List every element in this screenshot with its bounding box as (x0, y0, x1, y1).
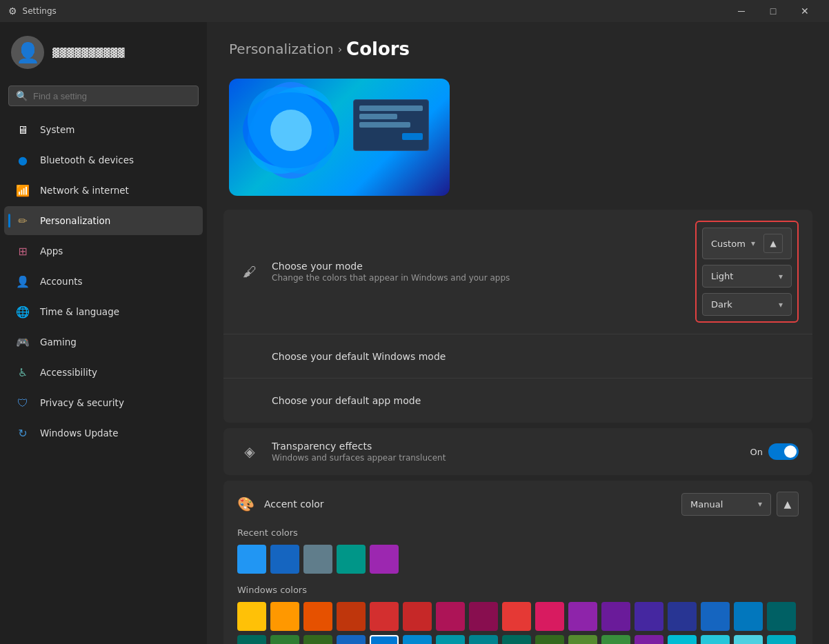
search-input[interactable] (33, 91, 191, 101)
mode-icon: 🖌 (243, 263, 257, 280)
windows-color-swatch[interactable] (767, 602, 796, 631)
transparency-toggle[interactable] (768, 443, 799, 460)
windows-color-swatch[interactable]: ✓ (370, 635, 399, 644)
windows-mode-value: Light (711, 271, 733, 281)
windows-color-swatch[interactable] (502, 635, 531, 644)
recent-color-swatch[interactable] (303, 545, 332, 574)
sidebar-item-apps[interactable]: ⊞ Apps (4, 237, 203, 265)
sidebar-item-accessibility[interactable]: ♿ Accessibility (4, 358, 203, 387)
app-mode-label: Choose your default app mode (272, 395, 799, 406)
windows-color-swatch[interactable] (370, 602, 399, 631)
mode-info: Choose your mode Change the colors that … (272, 261, 695, 283)
transparency-info: Transparency effects Windows and surface… (272, 441, 750, 463)
preview-container (229, 79, 450, 196)
sidebar-label-gaming: Gaming (40, 336, 77, 348)
mode-collapse-btn[interactable]: ▲ (763, 234, 783, 253)
mode-desc: Change the colors that appear in Windows… (272, 273, 695, 283)
windows-color-swatch[interactable] (635, 635, 663, 644)
transparency-control: On (750, 443, 799, 460)
transparency-state: On (750, 447, 763, 457)
mode-main-row: 🖌 Choose your mode Change the colors tha… (223, 210, 812, 334)
app-mode-value: Dark (711, 299, 732, 310)
sidebar-item-privacy[interactable]: 🛡 Privacy & security (4, 388, 203, 417)
recent-color-swatch[interactable] (237, 545, 266, 574)
search-icon: 🔍 (16, 90, 28, 101)
sidebar-item-accounts[interactable]: 👤 Accounts (4, 267, 203, 296)
windows-color-swatch[interactable] (601, 602, 630, 631)
sidebar-item-time[interactable]: 🌐 Time & language (4, 297, 203, 326)
accent-color-left: 🎨 Accent color (237, 496, 324, 512)
windows-color-swatch[interactable] (734, 635, 763, 644)
bluetooth-icon: ● (15, 152, 30, 168)
sidebar-label-accounts: Accounts (40, 276, 83, 287)
mode-section: 🖌 Choose your mode Change the colors tha… (223, 210, 812, 423)
windows-color-swatch[interactable] (568, 602, 597, 631)
app-mode-dropdown[interactable]: Dark ▾ (702, 293, 792, 316)
windows-color-swatch[interactable] (337, 602, 366, 631)
windows-color-swatch[interactable] (568, 635, 597, 644)
search-box[interactable]: 🔍 (8, 85, 199, 106)
accounts-icon: 👤 (15, 274, 30, 289)
mode-control: Custom ▾ ▲ Light ▾ Dark ▾ (695, 221, 799, 323)
transparency-row: ◈ Transparency effects Windows and surfa… (223, 428, 812, 475)
windows-color-swatch[interactable] (535, 602, 564, 631)
breadcrumb-parent: Personalization (229, 41, 334, 57)
preview-line-2 (359, 114, 397, 119)
windows-color-swatch[interactable] (270, 602, 299, 631)
apps-icon: ⊞ (15, 243, 30, 259)
mode-label: Choose your mode (272, 261, 695, 272)
sidebar-item-system[interactable]: 🖥 System (4, 115, 203, 144)
recent-color-swatch[interactable] (337, 545, 366, 574)
sidebar-label-accessibility: Accessibility (40, 367, 97, 378)
sidebar-item-network[interactable]: 📶 Network & internet (4, 176, 203, 205)
windows-color-swatch[interactable] (668, 635, 697, 644)
personalization-icon: ✏ (15, 213, 30, 228)
preview-line-1 (359, 105, 423, 111)
windows-color-swatch[interactable] (767, 635, 796, 644)
windows-color-swatch[interactable] (270, 635, 299, 644)
accent-color-header: 🎨 Accent color Manual ▾ ▲ (237, 492, 799, 516)
sidebar-item-gaming[interactable]: 🎮 Gaming (4, 328, 203, 356)
windows-color-swatch[interactable] (502, 602, 531, 631)
recent-color-swatch[interactable] (270, 545, 299, 574)
windows-color-swatch[interactable] (535, 635, 564, 644)
windows-color-swatch[interactable] (303, 602, 332, 631)
windows-color-swatch[interactable] (237, 635, 266, 644)
accent-collapse-btn[interactable]: ▲ (777, 492, 799, 516)
recent-color-swatch[interactable] (370, 545, 399, 574)
windows-color-swatch[interactable] (403, 602, 432, 631)
titlebar-title: Settings (23, 6, 57, 16)
windows-color-swatch[interactable] (734, 602, 763, 631)
windows-color-swatch[interactable] (436, 602, 465, 631)
windows-color-swatch[interactable] (469, 602, 498, 631)
sidebar-item-windows-update[interactable]: ↻ Windows Update (4, 419, 203, 447)
sidebar-label-time: Time & language (40, 306, 119, 317)
windows-color-swatch[interactable] (668, 602, 697, 631)
windows-color-swatch[interactable] (337, 635, 366, 644)
preview-line-3 (359, 122, 410, 128)
windows-mode-dropdown[interactable]: Light ▾ (702, 265, 792, 288)
gaming-icon: 🎮 (15, 334, 30, 350)
sidebar-item-personalization[interactable]: ✏ Personalization (4, 206, 203, 235)
windows-color-swatch[interactable] (701, 602, 730, 631)
windows-color-swatch[interactable] (303, 635, 332, 644)
page-title: Colors (346, 39, 410, 59)
windows-color-swatch[interactable] (237, 602, 266, 631)
mode-dropdown[interactable]: Custom ▾ ▲ (702, 228, 792, 259)
app-mode-chevron: ▾ (779, 300, 783, 310)
close-button[interactable]: ✕ (789, 0, 821, 22)
accent-mode-dropdown[interactable]: Manual ▾ (681, 493, 771, 516)
app-layout: 👤 ▓▓▓▓▓▓▓▓▓▓ 🔍 🖥 System ● Bluetooth & de… (0, 22, 829, 644)
windows-color-swatch[interactable] (469, 635, 498, 644)
maximize-button[interactable]: □ (757, 0, 789, 22)
windows-color-swatch[interactable] (635, 602, 663, 631)
minimize-button[interactable]: ─ (726, 0, 757, 22)
windows-mode-chevron: ▾ (779, 272, 783, 281)
sidebar-item-bluetooth[interactable]: ● Bluetooth & devices (4, 145, 203, 174)
windows-color-swatch[interactable] (701, 635, 730, 644)
windows-color-swatch[interactable] (601, 635, 630, 644)
windows-color-swatch[interactable] (436, 635, 465, 644)
accent-color-section: 🎨 Accent color Manual ▾ ▲ Recent colors … (223, 481, 812, 644)
main-content: Personalization › Colors (207, 22, 829, 644)
windows-color-swatch[interactable] (403, 635, 432, 644)
